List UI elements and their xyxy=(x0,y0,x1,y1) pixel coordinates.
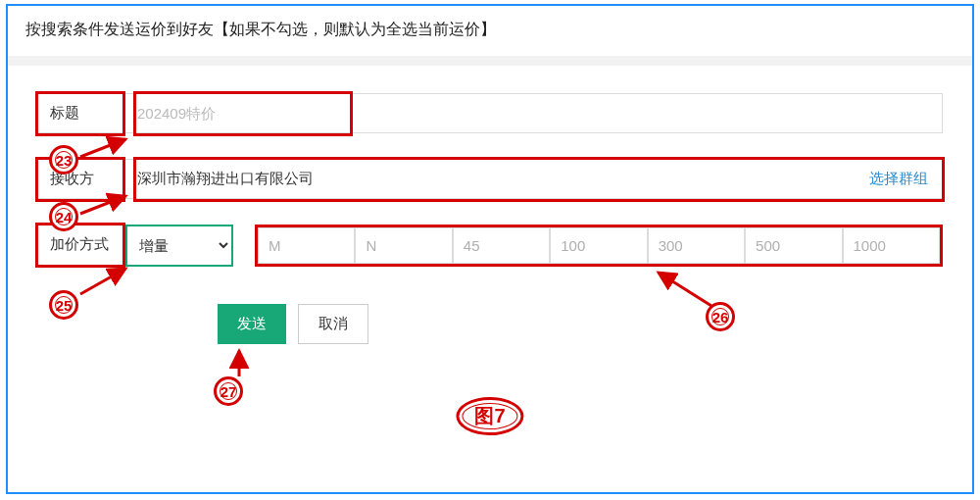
markup-select[interactable]: 增量 xyxy=(125,225,233,267)
title-row: 标题 xyxy=(37,93,943,133)
title-label: 标题 xyxy=(37,93,125,133)
annotation-bubble-27: 27 xyxy=(214,376,243,406)
annotation-bubble-24: 24 xyxy=(49,202,78,231)
annotation-bubble-25: 25 xyxy=(49,290,78,320)
separator xyxy=(8,56,972,66)
receiver-input[interactable] xyxy=(125,160,856,198)
receiver-wrapper: 选择群组 xyxy=(125,159,943,199)
markup-label: 加价方式 xyxy=(37,225,125,267)
dialog-header: 按搜索条件发送运价到好友【如果不勾选，则默认为全选当前运价】 xyxy=(8,6,972,56)
receiver-row: 接收方 选择群组 xyxy=(37,159,943,199)
send-button[interactable]: 发送 xyxy=(218,304,286,344)
tier-cell[interactable]: 100 xyxy=(550,227,647,264)
tier-cell[interactable]: 45 xyxy=(453,227,550,264)
dialog-frame: 按搜索条件发送运价到好友【如果不勾选，则默认为全选当前运价】 标题 接收方 选择… xyxy=(6,4,974,494)
form-area: 标题 接收方 选择群组 加价方式 增量 M N 45 xyxy=(8,66,972,383)
select-group-link[interactable]: 选择群组 xyxy=(856,160,942,198)
title-input[interactable] xyxy=(125,93,943,133)
tier-cell[interactable]: 500 xyxy=(745,227,842,264)
tier-cell[interactable]: M xyxy=(258,227,355,264)
figure-caption: 图7 xyxy=(456,397,523,435)
cancel-button[interactable]: 取消 xyxy=(298,304,368,344)
tier-cell[interactable]: 1000 xyxy=(843,227,940,264)
button-row: 发送 取消 xyxy=(37,304,943,344)
tier-cell[interactable]: N xyxy=(355,227,452,264)
markup-row: 加价方式 增量 M N 45 100 300 500 1000 xyxy=(37,225,943,267)
annotation-bubble-23: 23 xyxy=(49,145,78,175)
annotation-bubble-26: 26 xyxy=(706,302,735,331)
tier-cell[interactable]: 300 xyxy=(648,227,745,264)
tier-grid: M N 45 100 300 500 1000 xyxy=(255,225,943,267)
